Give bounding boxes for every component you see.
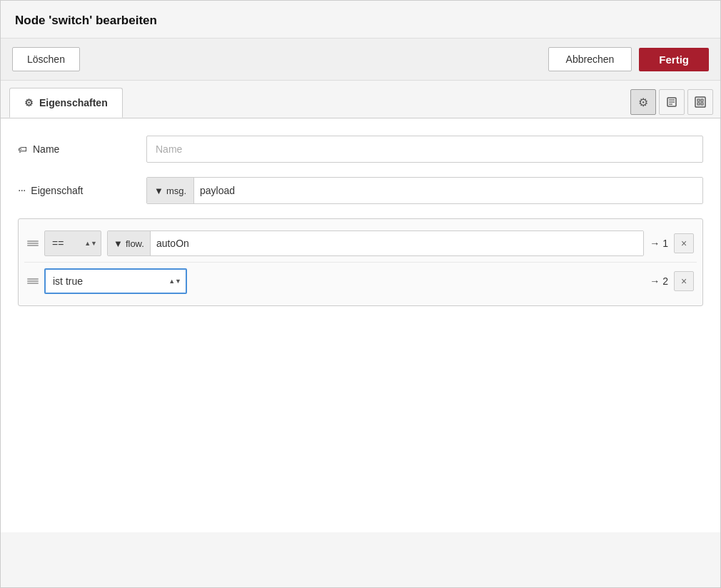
tab-properties[interactable]: ⚙ Eigenschaften bbox=[9, 88, 123, 118]
rules-section: == != < > ist true ▲▼ ▼ flow. bbox=[18, 218, 703, 306]
name-row: 🏷 Name bbox=[18, 136, 703, 163]
property-type-button[interactable]: ▼ msg. bbox=[147, 178, 194, 203]
tabs-row: ⚙ Eigenschaften ⚙ bbox=[1, 81, 720, 118]
triangle-icon: ▼ bbox=[154, 186, 163, 196]
ist-true-select[interactable]: ist true ist false ist null ist nicht nu… bbox=[44, 268, 187, 294]
cancel-button[interactable]: Abbrechen bbox=[548, 47, 632, 71]
dialog-header: Node 'switch' bearbeiten bbox=[1, 1, 720, 39]
operator-select-wrapper-1: == != < > ist true ▲▼ bbox=[44, 230, 101, 256]
eigenschaft-row: ··· Eigenschaft ▼ msg. bbox=[18, 177, 703, 204]
tab-action-settings[interactable]: ⚙ bbox=[630, 89, 656, 115]
property-field: ▼ msg. bbox=[146, 177, 703, 204]
content-area: 🏷 Name ··· Eigenschaft ▼ msg. bbox=[1, 118, 720, 532]
tab-action-description[interactable] bbox=[659, 89, 685, 115]
delete-button[interactable]: Löschen bbox=[12, 47, 80, 71]
drag-handle-2[interactable] bbox=[27, 278, 39, 284]
arrow-2: → 2 bbox=[650, 275, 668, 287]
tab-actions: ⚙ bbox=[630, 81, 720, 118]
svg-rect-7 bbox=[697, 103, 700, 105]
drag-handle-1[interactable] bbox=[27, 240, 39, 246]
rule-row-1: == != < > ist true ▲▼ ▼ flow. bbox=[24, 225, 697, 263]
rule-delete-btn-2[interactable]: × bbox=[674, 271, 694, 291]
svg-rect-5 bbox=[697, 99, 700, 101]
property-value-input[interactable] bbox=[194, 178, 702, 203]
rule-value-type-btn-1[interactable]: ▼ flow. bbox=[108, 231, 151, 255]
rule-value-container-1: ▼ flow. bbox=[107, 230, 644, 256]
svg-rect-8 bbox=[701, 103, 703, 105]
arrow-1: → 1 bbox=[650, 238, 668, 249]
svg-rect-4 bbox=[695, 97, 705, 107]
rule-value-prefix-1: flow. bbox=[126, 238, 144, 249]
name-input[interactable] bbox=[146, 136, 703, 163]
triangle-icon-rule1: ▼ bbox=[114, 238, 123, 249]
name-label: 🏷 Name bbox=[18, 143, 146, 155]
page-title: Node 'switch' bearbeiten bbox=[15, 14, 157, 27]
rule-row-2: ist true ist false ist null ist nicht nu… bbox=[24, 263, 697, 300]
tag-icon: 🏷 bbox=[18, 144, 27, 155]
rule-value-input-1[interactable] bbox=[151, 231, 643, 255]
tab-properties-label: Eigenschaften bbox=[39, 97, 108, 108]
ist-true-wrapper: ist true ist false ist null ist nicht nu… bbox=[44, 268, 187, 294]
dots-icon: ··· bbox=[18, 184, 25, 197]
rule-output-2: → 2 bbox=[650, 275, 668, 287]
tab-action-layout[interactable] bbox=[687, 89, 713, 115]
operator-select-1[interactable]: == != < > ist true bbox=[44, 230, 101, 256]
done-button[interactable]: Fertig bbox=[639, 48, 709, 71]
eigenschaft-label: ··· Eigenschaft bbox=[18, 184, 146, 197]
rule-delete-btn-1[interactable]: × bbox=[674, 233, 694, 253]
toolbar: Löschen Abbrechen Fertig bbox=[1, 39, 720, 81]
svg-rect-6 bbox=[701, 99, 703, 101]
rule-output-1: → 1 bbox=[650, 238, 668, 249]
gear-icon: ⚙ bbox=[24, 97, 34, 108]
